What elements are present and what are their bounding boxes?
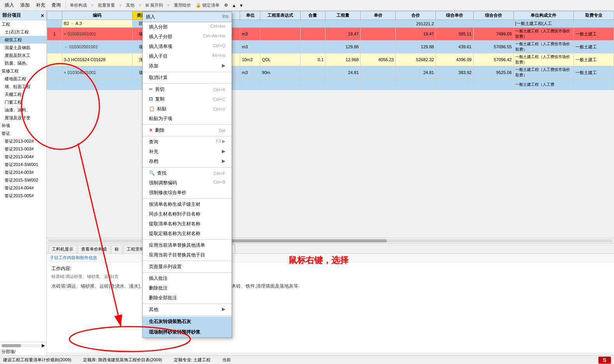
menu-item-cancel-calc[interactable]: 取消计算 (143, 73, 232, 83)
tree-item-earth[interactable]: 土(石)方工程 (0, 28, 46, 36)
tree-item-concrete[interactable]: 混凝土及钢筋 (0, 44, 46, 51)
tree-item-cert7[interactable]: 签证2014-004# (0, 184, 46, 192)
menu-insert[interactable]: 插入 (2, 1, 17, 9)
col-unit-price: 单价 (361, 11, 396, 20)
menu-item-generate-lime[interactable]: 生石灰转袋装熟石灰 (143, 316, 232, 327)
left-tree: 工程 土(石)方工程 砌筑工程 混凝土及钢筋 屋面及防水工 防腐、隔热、 装修工… (0, 20, 46, 342)
tree-item-door[interactable]: 门窗工程 (0, 98, 46, 106)
tree-item-extra[interactable]: 补项 (0, 122, 46, 129)
col-code: 编码 (62, 11, 132, 20)
tree-item-decoration[interactable]: 装修工程 (0, 67, 46, 75)
menu-item-insert-note[interactable]: 插入批注 (143, 274, 232, 283)
toolbar-lock[interactable]: 🔒 锁定清单 (193, 2, 222, 9)
data-grid[interactable]: 编码 类别 Ea 单位 工程里表达式 合量 工程量 单价 合价 综合单价 综合合… (47, 11, 614, 238)
tree-item-cert1[interactable]: 签证2013-002# (0, 137, 46, 145)
cell-seq (47, 41, 62, 53)
cell-unit-price (361, 28, 396, 41)
menu-item-archive[interactable]: 存档 ▶ (143, 157, 232, 166)
toolbar-other[interactable]: 其他 (124, 2, 137, 9)
menu-item-get-amount-name[interactable]: 提取定额名称为主材名称 (143, 229, 232, 239)
menu-item-delete-all-notes[interactable]: 删除全部批注 (143, 293, 232, 303)
menu-sep9 (143, 272, 232, 273)
tree-item-floor[interactable]: 楼地面工程 (0, 75, 46, 83)
menu-item-cut[interactable]: ✂剪切 Ctrl+X (143, 85, 232, 94)
menu-item-page-display[interactable]: 页面显示列设置 (143, 262, 232, 272)
menu-supplement[interactable]: 补充 (33, 1, 48, 9)
menu-item-fill[interactable]: 补充 ▶ (143, 147, 232, 157)
toolbar-up-icon[interactable]: ▲ (230, 2, 238, 9)
menu-item-paste-child[interactable]: 粘贴为子项 (143, 114, 232, 124)
menu-item-gen-child[interactable]: 按清单名称生成子级主材 (143, 200, 232, 209)
tree-item-cert[interactable]: 签证 (0, 129, 46, 137)
toolbar-batch-calc[interactable]: 批量算量 (96, 2, 117, 9)
left-panel-close-btn[interactable]: × (41, 12, 44, 19)
tree-item-cert5[interactable]: 签证2014-003# (0, 168, 46, 176)
left-panel-header: 部分项目 × (0, 11, 46, 20)
tree-item-masonry[interactable]: 砌筑工程 (0, 36, 46, 44)
tree-item-project[interactable]: 工程 (0, 20, 46, 28)
menu-item-copy[interactable]: ⊡复制 Ctrl+C (143, 94, 232, 104)
table-row[interactable]: 3-3 HC01624 C01628 洗 10m3 QDL 0.1 12.968… (47, 53, 614, 66)
tree-item-anticorrosion[interactable]: 防腐、隔热、 (0, 59, 46, 67)
menu-item-apply-replace[interactable]: 应用当前清单替换其他清单 (143, 240, 232, 250)
cell-file: 一般土建工程（人工费技市场价取费） (513, 53, 573, 66)
toolbar-reuse[interactable]: 重用组价 (172, 2, 193, 9)
menu-sep1 (143, 72, 232, 72)
table-row[interactable]: + 010304001001 项 m3 90m 24.81 24.81 383.… (47, 66, 614, 79)
cell-total: 52682.32 (396, 53, 436, 66)
menu-item-apply-replace-child[interactable]: 应用当前子目替换其他子目 (143, 250, 232, 260)
horizontal-scrollbar[interactable] (47, 238, 614, 243)
menu-item-add[interactable]: 添加 ▶ (143, 61, 232, 71)
cell-file: 一般土建工程（人工费技市场价取费） (513, 41, 573, 53)
menu-item-get-item-name[interactable]: 提取清单名称为主材名称 (143, 219, 232, 229)
table-row[interactable]: － 010302001001 项 m3 129.88 129.88 439.61… (47, 41, 614, 53)
menu-item-paste[interactable]: 📋粘贴 Ctrl+V (143, 104, 232, 114)
menu-sep3 (143, 124, 232, 125)
cell-file: 一般土建工程（人工费 (513, 79, 573, 90)
table-row[interactable]: 一般土建工程（人工费 (47, 79, 614, 90)
tree-item-cert6[interactable]: 签证2015-SW002 (0, 176, 46, 184)
tree-item-ceiling[interactable]: 天棚工程 (0, 90, 46, 98)
btn-work-content[interactable]: 子目工作内容和附件信息 (50, 255, 97, 261)
menu-item-insert-item[interactable]: 插入清单项 Ctrl+Q (143, 42, 232, 51)
toolbar-expand[interactable]: ⊞ 展开到 (143, 2, 165, 9)
menu-add[interactable]: 添加 (17, 1, 33, 9)
table-row[interactable]: 1 + 010301001001 项 m3 19.47 19.47 385.11 (47, 28, 614, 41)
tab-std[interactable]: 标 (111, 245, 122, 253)
toolbar-settings-icon[interactable]: ⚙ (222, 2, 230, 9)
tree-item-cert8[interactable]: 签证2015-005# (0, 192, 46, 200)
cell-unit: m3 (240, 41, 260, 53)
menu-item-on-site-mix[interactable]: 现场制拌砂浆转预拌砂浆 (143, 327, 232, 337)
cell-code: + 010304001001 (62, 66, 132, 79)
menu-item-sync-name[interactable]: 同步主材名称到子目名称 (143, 209, 232, 219)
cell-comp-unit: 385.11 (436, 28, 474, 41)
tab-material[interactable]: 工料机显示 (48, 245, 77, 253)
menu-item-insert-subpart[interactable]: 插入分部 Ctrl+Ins (143, 22, 232, 32)
cell-qty (326, 20, 361, 28)
menu-item-force-price[interactable]: 强制修改综合单价 (143, 188, 232, 198)
menu-item-force-code[interactable]: 强制调整编码 Ctrl+B (143, 178, 232, 188)
menu-item-insert-child[interactable]: 插入子目 Alt+Ins (143, 51, 232, 61)
bottom-tab-btn[interactable]: 分部项/ (2, 349, 16, 354)
toolbar-unit-price-comp[interactable]: 单价构成 (67, 2, 89, 9)
tree-item-cert2[interactable]: 签证2013-003# (0, 145, 46, 153)
tree-item-wall[interactable]: 墙、柱面工程 (0, 83, 46, 90)
menu-item-delete[interactable]: ✕删除 Del (143, 125, 232, 135)
cell-qty-expr (260, 28, 300, 41)
menu-query[interactable]: 查询 (48, 1, 64, 9)
tree-item-cert3[interactable]: 签证2013-004# (0, 153, 46, 161)
tree-item-cert4[interactable]: 签证2014-SW001 (0, 161, 46, 168)
scroll-right-btn[interactable]: ▶ (42, 343, 45, 348)
work-content-label: 工作内容: (51, 265, 609, 272)
menu-item-find[interactable]: 🔍查找 Ctrl+F (143, 168, 232, 178)
tab-unit-comp[interactable]: 查看单价构成 (78, 245, 110, 253)
table-row[interactable]: B2 － A.3 部 291221.2 [一般土建工程(人工 (47, 20, 614, 28)
menu-item-delete-note[interactable]: 删除批注 (143, 283, 232, 293)
tree-item-roof[interactable]: 屋面及防水工 (0, 51, 46, 59)
menu-item-insert-child-subpart[interactable]: 插入子分部 Ctrl+Alt+Ins (143, 32, 232, 42)
menu-item-other[interactable]: 其他 ▶ (143, 305, 232, 315)
toolbar-down-icon[interactable]: ▼ (238, 2, 245, 9)
tree-item-paint[interactable]: 油漆、涂料、 (0, 106, 46, 114)
menu-item-query[interactable]: 查询 F3 ▶ (143, 137, 232, 147)
tree-item-rooftop[interactable]: 屋顶及设计变 (0, 114, 46, 122)
